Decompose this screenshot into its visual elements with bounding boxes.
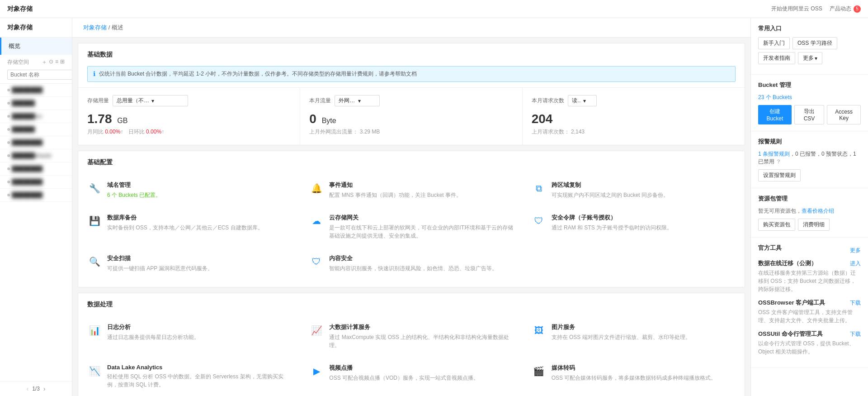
more-quick-btn[interactable]: 更多 ▾ <box>798 52 822 64</box>
sidebar-title: 对象存储 <box>0 18 72 38</box>
feature-desc: 实时备份到 OSS，支持本地／公网／其他云／ECS 自建数据库。 <box>107 224 263 232</box>
buy-resource-btn[interactable]: 购买资源包 <box>758 219 795 231</box>
product-dynamic-link[interactable]: 产品动态 5 <box>830 5 861 13</box>
bucket-list-item[interactable]: ██████lun <box>0 110 72 123</box>
set-alert-btn[interactable]: 设置报警规则 <box>758 169 801 181</box>
feature-content: 媒体转码 OSS 可配合媒体转码服务，将多媒体数据转码成多种终端播放格式。 <box>552 364 717 382</box>
feature-item[interactable]: 🔧 域名管理 6 个 Buckets 已配置。 <box>78 174 300 206</box>
stats-grid: 存储用量 总用量（不含 ECS 快照） ▾ 1.78 GB 月同比 0.00%↑… <box>78 87 745 145</box>
requests-select[interactable]: 读请求 ▾ <box>568 95 597 106</box>
beginner-btn[interactable]: 新手入门 <box>758 37 790 49</box>
data-processing-grid: 📊 日志分析 通过日志服务提供每星日志分析功能。 📈 大数据计算服务 通过 Ma… <box>78 312 745 396</box>
bucket-list-item[interactable]: ██████ <box>0 97 72 110</box>
access-key-btn[interactable]: Access Key <box>827 105 861 124</box>
bullet <box>7 181 10 183</box>
grid-view-icon[interactable]: ⊞ <box>60 58 65 66</box>
bullet <box>7 154 10 157</box>
top-bar-right: 开始使用阿里云 OSS 产品动态 5 <box>771 5 861 13</box>
migration-link[interactable]: 进入 <box>850 260 861 267</box>
basic-config-card: 基础配置 🔧 域名管理 6 个 Buckets 已配置。 🔔 事件通知 配置 M… <box>78 151 745 287</box>
list-view-icon[interactable]: ≡ <box>55 58 58 66</box>
feature-item[interactable]: 💾 数据库备份 实时备份到 OSS，支持本地／公网／其他云／ECS 自建数据库。 <box>78 206 300 247</box>
feature-item[interactable]: ⧉ 跨区域复制 可实现账户内不同区域之间的 Bucket 同步备份。 <box>523 174 745 206</box>
sidebar-overview[interactable]: 概览 <box>0 38 72 55</box>
sidebar-storage-section: 存储空间 ＋ ⊙ ≡ ⊞ <box>0 55 72 68</box>
create-bucket-btn[interactable]: 创建 Bucket <box>758 105 792 124</box>
feature-content: 数据库备份 实时备份到 OSS，支持本地／公网／其他云／ECS 自建数据库。 <box>107 214 263 232</box>
feature-content: 域名管理 6 个 Buckets 已配置。 <box>107 181 161 199</box>
bucket-list-item[interactable]: ██████ <box>0 123 72 136</box>
next-page-btn[interactable]: › <box>43 385 46 392</box>
feature-content: 安全令牌（子账号授权） 通过 RAM 和 STS 为子账号授予临时的访问权限。 <box>552 214 672 232</box>
traffic-select[interactable]: 外网流出流量 ▾ <box>335 95 380 106</box>
bucket-list-item[interactable]: ████████ <box>0 136 72 149</box>
bucket-name: ████████ <box>12 192 65 198</box>
feature-content: 内容安全 智能内容识别服务，快速识别违规风险，如色情、恐恐、垃圾广告等。 <box>329 254 497 272</box>
alert-help-icon[interactable]: ？ <box>776 158 781 165</box>
media-icon: 🎬 <box>532 364 546 378</box>
bucket-count: 23 个 Buckets <box>758 94 861 101</box>
main-content: 对象存储 / 概述 基础数据 ℹ 仅统计当前 Bucket 合计数据，平均延迟 … <box>72 18 750 396</box>
feature-desc: OSS 可配合媒体转码服务，将多媒体数据转码成多种终端播放格式。 <box>552 374 717 382</box>
app-title: 对象存储 <box>7 5 33 13</box>
help-link[interactable]: 开始使用阿里云 OSS <box>771 5 822 13</box>
processing-feature-item[interactable]: 📊 日志分析 通过日志服务提供每星日志分析功能。 <box>78 316 300 357</box>
feature-content: 日志分析 通过日志服务提供每星日志分析功能。 <box>107 323 199 341</box>
processing-feature-item[interactable]: 📈 大数据计算服务 通过 MaxCompute 实现 OSS 上的结构化、半结构… <box>300 316 522 357</box>
feature-desc: 6 个 Buckets 已配置。 <box>107 191 161 199</box>
breadcrumb-current: 概述 <box>112 24 123 31</box>
storage-select[interactable]: 总用量（不含 ECS 快照） ▾ <box>113 95 188 106</box>
refresh-icon[interactable]: ⊙ <box>49 58 53 66</box>
traffic-value: 0 Byte <box>309 112 513 126</box>
price-intro-link[interactable]: 查看价格介绍 <box>802 208 834 214</box>
feature-item[interactable]: 🔔 事件通知 配置 MNS 事件通知（回调）功能，关注 Bucket 事件。 <box>300 174 522 206</box>
breadcrumb-root[interactable]: 对象存储 <box>83 24 107 31</box>
bucket-list-item[interactable]: ██████ehaote <box>0 149 72 162</box>
log-icon: 📊 <box>87 323 102 338</box>
dev-guide-btn[interactable]: 开发者指南 <box>758 52 795 64</box>
feature-item[interactable]: ☁ 云存储网关 是一款可在线下和云上部署的软网关，可在企业的内部IT环境和基于云… <box>300 206 522 247</box>
bucket-name: ████████ <box>12 87 65 93</box>
feature-title: 内容安全 <box>329 254 497 262</box>
detail-btn[interactable]: 消费明细 <box>798 219 830 231</box>
export-csv-btn[interactable]: 导出 CSV <box>794 105 824 124</box>
alert-rule-link[interactable]: 1 条报警规则 <box>758 151 790 157</box>
more-tools-link[interactable]: 更多 <box>850 247 861 254</box>
scan-icon: 🔍 <box>87 254 102 269</box>
feature-title: 事件通知 <box>329 181 462 189</box>
bucket-list-item[interactable]: ████████ <box>0 189 72 202</box>
video-icon: ▶ <box>309 364 324 378</box>
alert-rules-title: 报警规则 <box>758 138 861 146</box>
ossutil-link[interactable]: 下载 <box>850 330 861 338</box>
feature-desc: 轻松使用 SQL 分析 OSS 中的数据。全新的 Serverless 架构，无… <box>107 372 291 389</box>
bucket-list-item[interactable]: ████████ <box>0 84 72 97</box>
feature-desc: 是一款可在线下和云上部署的软网关，可在企业的内部IT环境和基于云的存储基础设施之… <box>329 224 513 240</box>
bucket-search-input[interactable] <box>7 70 72 80</box>
bucket-list-item[interactable]: ████████ <box>0 176 72 189</box>
analytics-icon: 📉 <box>87 364 102 378</box>
feature-item[interactable]: 🔍 安全扫描 可提供一键扫描 APP 漏洞和恶意代码服务。 <box>78 247 300 280</box>
bigdata-icon: 📈 <box>309 323 324 338</box>
feature-item[interactable]: 🛡 安全令牌（子账号授权） 通过 RAM 和 STS 为子账号授予临时的访问权限… <box>523 206 745 247</box>
processing-feature-item[interactable]: 🎬 媒体转码 OSS 可配合媒体转码服务，将多媒体数据转码成多种终端播放格式。 <box>523 357 745 396</box>
feature-content: 大数据计算服务 通过 MaxCompute 实现 OSS 上的结构化、半结构化和… <box>329 323 513 349</box>
requests-value: 204 <box>532 112 736 126</box>
processing-feature-item[interactable]: 🖼 图片服务 支持在 OSS 端对图片文件进行缩放、裁剪、水印等处理。 <box>523 316 745 357</box>
processing-feature-item[interactable]: ▶ 视频点播 OSS 可配合视频点播（VOD）服务，实现一站式音视频点播。 <box>300 357 522 396</box>
official-tools-title: 官方工具 <box>758 244 782 252</box>
ossbrowser-link[interactable]: 下载 <box>850 299 861 307</box>
bucket-list-item[interactable]: ████████ <box>0 162 72 176</box>
feature-content: 安全扫描 可提供一键扫描 APP 漏洞和恶意代码服务。 <box>107 254 213 272</box>
content-icon: 🛡 <box>309 254 324 269</box>
add-bucket-icon[interactable]: ＋ <box>42 58 47 66</box>
bucket-name: ██████ <box>12 100 65 106</box>
learning-path-btn[interactable]: OSS 学习路径 <box>793 37 837 49</box>
bullet <box>7 102 10 105</box>
breadcrumb: 对象存储 / 概述 <box>72 18 750 38</box>
feature-title: 云存储网关 <box>329 214 513 222</box>
feature-item[interactable]: 🛡 内容安全 智能内容识别服务，快速识别违规风险，如色情、恐恐、垃圾广告等。 <box>300 247 522 280</box>
ossutil-desc: 以命令行方式管理 OSS，提供 Bucket、Object 相关功能操作。 <box>758 339 861 356</box>
prev-page-btn[interactable]: ‹ <box>26 385 28 392</box>
processing-feature-item[interactable]: 📉 Data Lake Analytics 轻松使用 SQL 分析 OSS 中的… <box>78 357 300 396</box>
bucket-mgmt-btns: 创建 Bucket 导出 CSV Access Key <box>758 105 861 124</box>
